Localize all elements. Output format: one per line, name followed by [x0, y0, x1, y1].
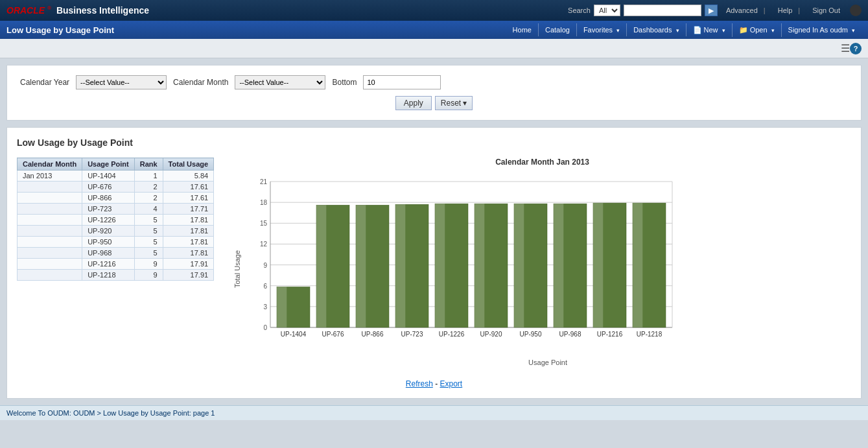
search-area: Search All ▶ Advanced | Help | Sign Out: [568, 5, 862, 16]
svg-text:UP-1216: UP-1216: [597, 331, 623, 338]
table-row: UP-950517.81: [18, 237, 214, 248]
toolbar: ☰ ?: [0, 39, 868, 58]
chart-x-axis-label: Usage Point: [244, 359, 851, 366]
chart-title: Calendar Month Jan 2013: [233, 158, 851, 167]
refresh-link[interactable]: Refresh: [406, 379, 433, 388]
nav-new[interactable]: 📄New ▾: [686, 23, 733, 37]
svg-rect-31: [435, 204, 445, 327]
nav-open[interactable]: 📁Open ▾: [733, 23, 782, 37]
report-section: Low Usage by Usage Point Calendar Month …: [6, 127, 862, 399]
footer-links: Refresh - Export: [17, 379, 851, 388]
svg-text:12: 12: [260, 241, 268, 248]
svg-text:18: 18: [260, 199, 268, 206]
breadcrumb-bar: Welcome To OUDM: OUDM > Low Usage by Usa…: [0, 405, 868, 420]
help-link[interactable]: Help: [778, 6, 793, 14]
export-link[interactable]: Export: [440, 379, 463, 388]
table-cell: UP-1404: [82, 171, 135, 182]
bar-chart-svg: 036912151821UP-1404UP-676UP-866UP-723UP-…: [244, 172, 685, 353]
svg-text:UP-1404: UP-1404: [281, 331, 307, 338]
oracle-logo: ORACLE ®: [6, 5, 51, 16]
search-button[interactable]: ▶: [705, 5, 718, 16]
col-header-month: Calendar Month: [18, 158, 82, 171]
svg-text:15: 15: [260, 220, 268, 227]
table-row: UP-1226517.81: [18, 215, 214, 226]
table-cell: UP-1218: [82, 270, 135, 281]
svg-rect-28: [395, 204, 405, 327]
svg-rect-40: [554, 204, 563, 327]
search-label: Search: [568, 6, 591, 14]
table-cell: [18, 226, 82, 237]
bi-title: Business Intelligence: [56, 5, 568, 16]
bottom-input[interactable]: [363, 75, 441, 89]
calendar-year-select[interactable]: --Select Value--: [76, 75, 167, 89]
calendar-month-label: Calendar Month: [173, 78, 228, 87]
help-icon[interactable]: ?: [850, 43, 862, 54]
table-cell: UP-950: [82, 237, 135, 248]
svg-text:UP-920: UP-920: [480, 331, 502, 338]
svg-rect-34: [475, 204, 484, 327]
svg-text:UP-950: UP-950: [520, 331, 542, 338]
table-cell: [18, 204, 82, 215]
footer-separator: -: [435, 379, 438, 388]
nav-signed-in[interactable]: Signed In As oudm ▾: [782, 23, 862, 36]
svg-text:6: 6: [264, 283, 268, 290]
nav-home[interactable]: Home: [506, 23, 539, 36]
chart-container: Calendar Month Jan 2013 Total Usage 0369…: [233, 158, 851, 366]
main-menu: Home Catalog Favorites ▾ Dashboards ▾ 📄N…: [506, 23, 862, 37]
svg-text:UP-866: UP-866: [362, 331, 384, 338]
search-scope-select[interactable]: All: [594, 5, 620, 16]
report-title: Low Usage by Usage Point: [17, 137, 851, 148]
table-cell: 5.84: [163, 171, 214, 182]
advanced-link[interactable]: Advanced: [726, 6, 758, 14]
chart-wrapper: Total Usage 036912151821UP-1404UP-676UP-…: [233, 172, 851, 366]
svg-rect-22: [316, 205, 326, 327]
col-header-total: Total Usage: [163, 158, 214, 171]
table-cell: 5: [134, 237, 163, 248]
svg-text:UP-676: UP-676: [322, 331, 344, 338]
reset-button[interactable]: Reset ▾: [435, 96, 473, 110]
col-header-rank: Rank: [134, 158, 163, 171]
table-cell: UP-920: [82, 226, 135, 237]
nav-favorites[interactable]: Favorites ▾: [577, 23, 627, 36]
chart-y-axis-label: Total Usage: [233, 250, 241, 288]
table-row: UP-676217.61: [18, 182, 214, 193]
search-input[interactable]: [624, 5, 701, 16]
reset-arrow-icon: ▾: [463, 99, 467, 108]
table-cell: 17.81: [163, 226, 214, 237]
table-cell: 4: [134, 204, 163, 215]
filters-panel: Calendar Year --Select Value-- Calendar …: [6, 65, 862, 121]
svg-rect-37: [514, 204, 524, 327]
table-cell: 5: [134, 248, 163, 259]
filters-row: Calendar Year --Select Value-- Calendar …: [20, 75, 848, 89]
top-navigation: ORACLE ® Business Intelligence Search Al…: [0, 0, 868, 21]
svg-rect-25: [356, 205, 366, 327]
table-cell: [18, 193, 82, 204]
svg-text:UP-723: UP-723: [401, 331, 423, 338]
table-row: UP-1218917.91: [18, 270, 214, 281]
table-cell: UP-866: [82, 193, 135, 204]
signout-link[interactable]: Sign Out: [812, 6, 840, 14]
table-cell: 17.81: [163, 215, 214, 226]
data-table: Calendar Month Usage Point Rank Total Us…: [17, 158, 214, 281]
table-cell: [18, 182, 82, 193]
table-cell: 17.91: [163, 259, 214, 270]
menu-icon[interactable]: ☰: [841, 42, 850, 54]
table-cell: UP-1216: [82, 259, 135, 270]
svg-text:UP-1226: UP-1226: [439, 331, 465, 338]
nav-dashboards[interactable]: Dashboards ▾: [627, 23, 686, 36]
nav-catalog[interactable]: Catalog: [539, 23, 577, 36]
chart-svg-area: 036912151821UP-1404UP-676UP-866UP-723UP-…: [244, 172, 851, 366]
apply-button[interactable]: Apply: [395, 96, 432, 110]
calendar-month-select[interactable]: --Select Value--: [235, 75, 325, 89]
table-cell: UP-1226: [82, 215, 135, 226]
table-cell: 17.71: [163, 204, 214, 215]
table-cell: 17.81: [163, 248, 214, 259]
table-row: UP-920517.81: [18, 226, 214, 237]
table-cell: UP-723: [82, 204, 135, 215]
bottom-label: Bottom: [332, 78, 357, 87]
table-row: UP-968517.81: [18, 248, 214, 259]
table-cell: 9: [134, 270, 163, 281]
svg-rect-46: [633, 203, 642, 327]
filters-actions: Apply Reset ▾: [20, 96, 848, 110]
table-cell: 2: [134, 193, 163, 204]
